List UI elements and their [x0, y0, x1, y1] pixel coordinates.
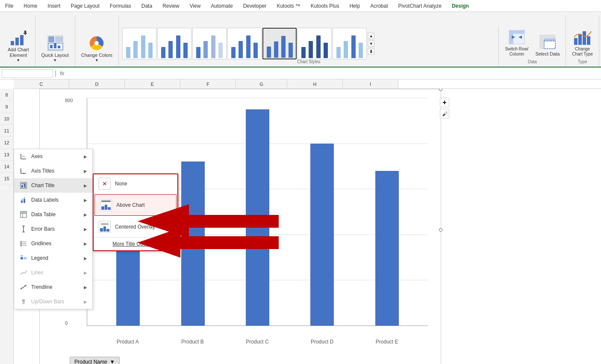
menu-design[interactable]: Design: [450, 2, 471, 10]
quick-layout-button[interactable]: Quick Layout ▼: [39, 32, 71, 64]
x-label-b: Product B: [160, 339, 225, 345]
menu-item-legend[interactable]: Legend ▶: [14, 251, 92, 265]
submenu-above-chart[interactable]: Above Chart: [94, 194, 177, 216]
chart-style-1[interactable]: [122, 28, 156, 59]
data-labels-label: Data Labels: [31, 197, 80, 203]
axes-arrow: ▶: [84, 154, 87, 159]
menu-kutools[interactable]: Kutools ™: [275, 2, 302, 10]
menu-insert[interactable]: Insert: [46, 2, 62, 10]
col-header-d[interactable]: D: [69, 79, 125, 88]
lines-arrow: ▶: [84, 270, 87, 275]
chart-style-7[interactable]: [333, 28, 367, 59]
menu-item-lines[interactable]: Lines ▶: [14, 265, 92, 280]
chart-title-submenu: None Above Chart: [93, 173, 178, 251]
submenu-none[interactable]: None: [94, 174, 177, 193]
chart-style-4[interactable]: [227, 28, 262, 59]
scroll-down-arrow[interactable]: ▼: [368, 40, 374, 47]
lines-icon: [19, 268, 28, 277]
menu-review[interactable]: Review: [161, 2, 181, 10]
menu-developer[interactable]: Developer: [242, 2, 268, 10]
submenu-divider-1: [94, 193, 177, 194]
menu-bar: File Home Insert Page Layout Formulas Da…: [0, 0, 601, 12]
add-chart-element-button[interactable]: Add Chart Element ▼: [5, 26, 32, 64]
menu-item-chart-title[interactable]: Chart Title ▶: [14, 178, 92, 193]
menu-view[interactable]: View: [188, 2, 203, 10]
menu-item-gridlines[interactable]: Gridlines ▶: [14, 236, 92, 251]
chart-style-5[interactable]: [262, 28, 297, 59]
name-box[interactable]: [2, 69, 53, 78]
legend-label: Legend: [31, 255, 80, 261]
switch-row-column-button[interactable]: Switch Row/ Column: [502, 26, 531, 59]
menu-item-axes[interactable]: Axes ▶: [14, 149, 92, 164]
scroll-up-arrow[interactable]: ▲: [368, 32, 374, 39]
above-chart-label: Above Chart: [116, 202, 145, 208]
col-header-g[interactable]: G: [236, 79, 287, 88]
menu-kutools-plus[interactable]: Kutools Plus: [309, 2, 341, 10]
resize-handle-right-mid[interactable]: [439, 228, 442, 232]
svg-rect-40: [21, 200, 23, 203]
chart-style-2[interactable]: [157, 28, 191, 59]
chart-style-ctrl[interactable]: 🖌: [440, 109, 449, 118]
menu-item-trendline[interactable]: Trendline ▶: [14, 280, 92, 294]
svg-rect-25: [574, 38, 577, 45]
chart-title-icon: [19, 181, 28, 190]
menu-home[interactable]: Home: [22, 2, 39, 10]
bar-b: [181, 161, 205, 326]
updown-bars-arrow: ▶: [84, 299, 87, 304]
col-header-f[interactable]: F: [180, 79, 236, 88]
chart-style-6[interactable]: [298, 28, 332, 59]
bar-e: [375, 171, 399, 326]
gridlines-arrow: ▶: [84, 241, 87, 246]
svg-text:a: a: [21, 198, 23, 200]
menu-file[interactable]: File: [3, 2, 15, 10]
quick-layout-label: Quick Layout: [41, 53, 69, 58]
menu-item-data-table[interactable]: Data Table ▶: [14, 207, 92, 222]
change-chart-type-button[interactable]: Change Chart Type: [569, 26, 595, 59]
switch-row-col-label: Switch Row/ Column: [505, 47, 528, 57]
col-header-h[interactable]: H: [287, 79, 343, 88]
menu-automate[interactable]: Automate: [209, 2, 234, 10]
svg-rect-38: [21, 185, 23, 188]
menu-item-data-labels[interactable]: ab Data Labels ▶: [14, 193, 92, 207]
submenu-centered-overlay[interactable]: Centered Overlay: [94, 217, 177, 237]
axes-icon: [19, 152, 28, 161]
menu-page-layout[interactable]: Page Layout: [69, 2, 101, 10]
col-header-i[interactable]: I: [343, 79, 398, 88]
svg-rect-11: [50, 45, 53, 48]
svg-text:b: b: [24, 196, 25, 199]
svg-rect-0: [11, 41, 14, 45]
col-header-e[interactable]: E: [125, 79, 180, 88]
submenu-more-options[interactable]: More Title Options...: [94, 238, 177, 250]
menu-data[interactable]: Data: [140, 2, 154, 10]
formula-divider: |: [55, 70, 56, 77]
add-chart-element-arrow: ▼: [16, 58, 20, 62]
menu-acrobat[interactable]: Acrobat: [368, 2, 389, 10]
scroll-expand-arrow[interactable]: ⬇: [368, 48, 374, 55]
svg-point-15: [94, 41, 99, 45]
axis-titles-icon: TT: [19, 167, 28, 175]
menu-formulas[interactable]: Formulas: [108, 2, 133, 10]
menu-item-error-bars[interactable]: Error Bars ▶: [14, 222, 92, 236]
chart-title-label: Chart Title: [31, 182, 80, 188]
svg-rect-56: [24, 257, 27, 259]
resize-handle-top-right[interactable]: [439, 89, 442, 91]
gridlines-label: Gridlines: [31, 241, 80, 247]
formula-input[interactable]: [68, 70, 599, 77]
menu-item-updown-bars[interactable]: Up/Down Bars ▶: [14, 294, 92, 309]
axes-label: Axes: [31, 153, 80, 159]
svg-rect-41: [24, 199, 25, 203]
bar-product-d: [290, 98, 354, 326]
x-label-a: Product A: [95, 339, 160, 345]
x-label-d: Product D: [290, 339, 355, 345]
chart-style-3[interactable]: [192, 28, 227, 59]
chart-add-element-ctrl[interactable]: +: [440, 98, 449, 107]
col-header-c[interactable]: C: [14, 79, 69, 88]
menu-help[interactable]: Help: [348, 2, 362, 10]
menu-item-axis-titles[interactable]: TT Axis Titles ▶: [14, 164, 92, 178]
product-name-button[interactable]: Product Name ▼: [70, 357, 120, 364]
change-colors-button[interactable]: Change Colors ▼: [79, 32, 115, 64]
data-group-buttons: Switch Row/ Column Select Data: [502, 26, 562, 59]
select-data-button[interactable]: Select Data: [533, 31, 562, 59]
ribbon: Add Chart Element ▼ Quick Layout ▼: [0, 12, 601, 68]
menu-pivot-chart-analyze[interactable]: PivotChart Analyze: [396, 2, 443, 10]
